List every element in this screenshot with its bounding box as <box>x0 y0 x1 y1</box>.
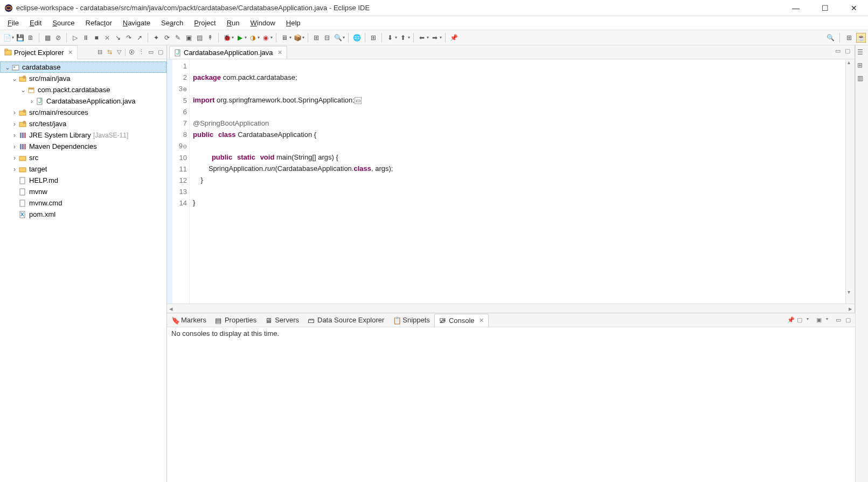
java-perspective-icon[interactable]: ☕ <box>856 33 866 43</box>
editor-tab-cardatabase-application[interactable]: J CardatabaseApplication.java ✕ <box>169 46 287 59</box>
tree-package[interactable]: ⌄ com.packt.cardatabase <box>0 84 166 95</box>
open-console-icon[interactable]: ▣ <box>816 316 824 324</box>
horizontal-scrollbar[interactable]: ◂▸ <box>167 304 855 313</box>
suspend-icon[interactable]: ⏸ <box>81 33 91 43</box>
tree-target[interactable]: › target <box>0 163 166 175</box>
project-explorer-tab[interactable]: Project Explorer ✕ <box>0 45 78 59</box>
open-task2-icon[interactable]: ⊟ <box>322 33 332 43</box>
close-view-icon[interactable]: ✕ <box>68 49 73 56</box>
view-menu-icon[interactable]: ⋮ <box>137 49 145 56</box>
tab-markers[interactable]: 🔖Markers <box>167 314 211 327</box>
tree-help-md[interactable]: HELP.md <box>0 175 166 186</box>
display-console-icon[interactable]: ▢ <box>797 316 804 324</box>
link-editor-icon[interactable]: ⇆ <box>106 49 113 56</box>
pin-console-icon[interactable]: 📌 <box>787 316 795 324</box>
svg-point-7 <box>23 75 26 79</box>
forward-icon[interactable]: ➡ <box>430 33 440 43</box>
minimize-editor-icon[interactable]: ▭ <box>835 47 843 55</box>
tab-console[interactable]: 🖳Console ✕ <box>434 314 489 327</box>
new-package-icon[interactable]: 📦 <box>293 33 302 43</box>
coverage-icon[interactable]: ◑ <box>248 33 258 43</box>
minimize-button[interactable]: — <box>786 4 805 12</box>
web-icon[interactable]: 🌐 <box>352 33 362 43</box>
tree-maven-deps[interactable]: › Maven Dependencies <box>0 141 166 152</box>
menu-project[interactable]: Project <box>189 17 221 29</box>
run-icon[interactable]: ▶ <box>235 33 245 43</box>
project-tree[interactable]: ⌄ cardatabase ⌄ src/main/java ⌄ com.pack… <box>0 59 166 482</box>
menu-help[interactable]: Help <box>281 17 306 29</box>
svg-text:J: J <box>176 49 180 56</box>
arrow-up-icon[interactable]: ↟ <box>205 33 215 43</box>
tab-properties[interactable]: ▤Properties <box>211 314 261 327</box>
tree-pom-xml[interactable]: x pom.xml <box>0 209 166 220</box>
resume-icon[interactable]: ▷ <box>70 33 80 43</box>
task-list-icon[interactable]: ⊞ <box>857 61 867 71</box>
maximize-view-icon[interactable]: ▢ <box>157 49 164 56</box>
save-icon[interactable]: 💾 <box>15 33 25 43</box>
open-type-icon[interactable]: ⊞ <box>311 33 321 43</box>
box2-icon[interactable]: ▤ <box>195 33 204 43</box>
wand2-icon[interactable]: ⟳ <box>162 33 172 43</box>
minimize-bottom-icon[interactable]: ▭ <box>836 316 843 324</box>
code-editor[interactable]: package com.packt.cardatabase; import or… <box>190 59 845 304</box>
toggle-icon[interactable]: ⊞ <box>369 33 378 43</box>
minimap-icon[interactable]: ▥ <box>857 74 867 84</box>
close-console-icon[interactable]: ✕ <box>479 317 484 324</box>
filter-icon[interactable]: ▽ <box>115 49 123 56</box>
collapse-all-icon[interactable]: ⊟ <box>96 49 103 56</box>
tree-mvnw[interactable]: mvnw <box>0 186 166 197</box>
run-last-icon[interactable]: ◉ <box>261 33 270 43</box>
tree-src-test-java[interactable]: › src/test/java <box>0 118 166 129</box>
svg-rect-24 <box>20 177 25 184</box>
disconnect-icon[interactable]: ⤫ <box>102 33 112 43</box>
wand-icon[interactable]: ✦ <box>151 33 161 43</box>
tree-app-file[interactable]: › J CardatabaseApplication.java <box>0 95 166 107</box>
tree-root-cardatabase[interactable]: ⌄ cardatabase <box>0 61 166 73</box>
tab-servers[interactable]: 🖥Servers <box>261 314 303 327</box>
maximize-editor-icon[interactable]: ▢ <box>845 47 852 55</box>
box-icon[interactable]: ▣ <box>184 33 193 43</box>
step-over-icon[interactable]: ↷ <box>124 33 134 43</box>
vertical-scrollbar[interactable] <box>845 59 855 304</box>
step-return-icon[interactable]: ↗ <box>135 33 144 43</box>
menu-edit[interactable]: Edit <box>24 17 47 29</box>
open-task-icon[interactable]: ▦ <box>43 33 52 43</box>
back-icon[interactable]: ⬅ <box>417 33 427 43</box>
menu-navigate[interactable]: Navigate <box>117 17 156 29</box>
outline-icon[interactable]: ☰ <box>857 49 867 58</box>
new-icon[interactable]: 📄 <box>2 33 12 43</box>
terminate-icon[interactable]: ■ <box>92 33 101 43</box>
skip-breakpoints-icon[interactable]: ⊘ <box>53 33 63 43</box>
focus-icon[interactable]: ⦿ <box>128 49 135 56</box>
pin-icon[interactable]: 📌 <box>449 33 459 43</box>
menu-refactor[interactable]: Refactor <box>80 17 117 29</box>
step-into-icon[interactable]: ↘ <box>113 33 123 43</box>
tab-data-source-explorer[interactable]: 🗃Data Source Explorer <box>303 314 388 327</box>
tree-src-main-resources[interactable]: › src/main/resources <box>0 107 166 118</box>
menu-source[interactable]: Source <box>47 17 80 29</box>
prev-annotation-icon[interactable]: ⬆ <box>398 33 408 43</box>
close-tab-icon[interactable]: ✕ <box>277 49 282 56</box>
tree-mvnw-cmd[interactable]: mvnw.cmd <box>0 197 166 209</box>
search-icon[interactable]: 🔍 <box>333 33 343 43</box>
java-file-icon: J <box>174 49 182 57</box>
new-server-icon[interactable]: 🖥 <box>280 33 289 43</box>
tab-snippets[interactable]: 📋Snippets <box>388 314 434 327</box>
debug-icon[interactable]: 🐞 <box>222 33 232 43</box>
minimize-view-icon[interactable]: ▭ <box>147 49 155 56</box>
menu-run[interactable]: Run <box>221 17 245 29</box>
save-all-icon[interactable]: 🗎 <box>26 33 36 43</box>
pencil-icon[interactable]: ✎ <box>173 33 183 43</box>
menu-window[interactable]: Window <box>245 17 281 29</box>
menu-search[interactable]: Search <box>156 17 189 29</box>
menu-file[interactable]: File <box>2 17 24 29</box>
maximize-button[interactable]: ☐ <box>815 4 835 12</box>
next-annotation-icon[interactable]: ⬇ <box>385 33 395 43</box>
open-perspective-icon[interactable]: ⊞ <box>844 33 854 43</box>
close-button[interactable]: ✕ <box>844 4 864 12</box>
tree-jre[interactable]: › JRE System Library [JavaSE-11] <box>0 129 166 141</box>
find-icon[interactable]: 🔍 <box>825 33 835 43</box>
tree-src[interactable]: › src <box>0 152 166 163</box>
maximize-bottom-icon[interactable]: ▢ <box>845 316 853 324</box>
tree-src-main-java[interactable]: ⌄ src/main/java <box>0 73 166 84</box>
